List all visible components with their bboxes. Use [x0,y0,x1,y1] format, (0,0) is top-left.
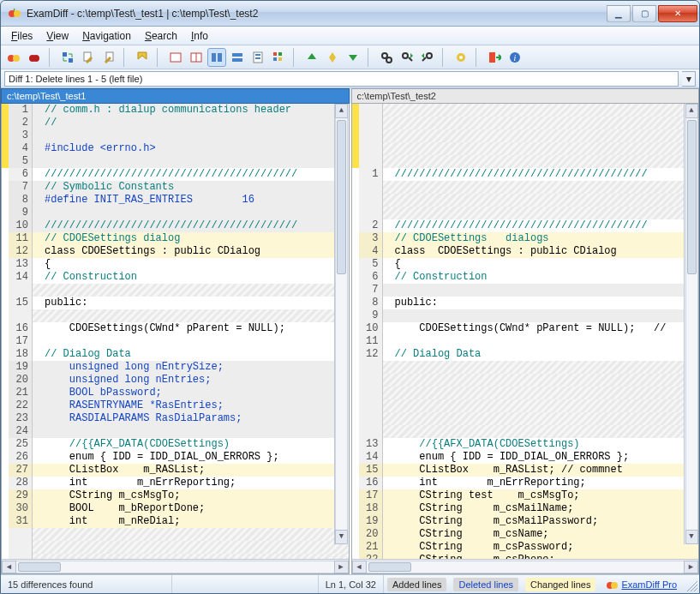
code-line[interactable]: 12// Dialog Data [352,348,699,361]
toolbar-find-prev-icon[interactable] [418,48,437,67]
code-line[interactable]: 2// [2,117,349,129]
code-line[interactable] [352,155,699,168]
code-line[interactable]: 16 CDOESettings(CWnd* pParent = NULL); [2,322,349,335]
examdiff-pro-link[interactable]: ExamDiff Pro [599,579,684,591]
code-line[interactable] [352,104,699,117]
code-line[interactable]: 15public: [2,297,349,309]
code-line[interactable]: 11 [352,335,699,348]
code-line[interactable] [352,399,699,412]
scroll-up-icon[interactable]: ▲ [335,104,348,118]
menu-files[interactable]: Files [4,28,39,44]
left-horizontal-scrollbar[interactable]: ◄ ► [2,559,349,573]
toolbar-split-horizontal-icon[interactable] [228,48,247,67]
code-line[interactable]: 13 //{{AFX_DATA(CDOESettings) [352,438,699,451]
code-line[interactable]: 6// Construction [352,271,699,284]
code-line[interactable]: 16 int m_nErrReporting; [352,477,699,489]
code-line[interactable]: 15 CListBox m_RASList; // commnet [352,464,699,477]
code-line[interactable]: 11// CDOESettings dialog [2,232,349,245]
diff-selector-dropdown-icon[interactable]: ▾ [682,71,696,87]
toolbar-options-icon[interactable] [452,48,470,67]
menu-info[interactable]: Info [184,28,215,44]
menu-view[interactable]: View [39,28,75,44]
maximize-button[interactable]: ▢ [632,5,656,22]
right-pane-path[interactable]: c:\temp\Test\_test2 [351,88,700,104]
toolbar-find-next-icon[interactable] [398,48,416,67]
code-line[interactable]: 1// comm.h : dialup communications heade… [2,104,349,117]
code-line[interactable] [2,554,349,559]
close-button[interactable]: ✕ [658,5,697,22]
toolbar-exit-icon[interactable] [485,48,504,67]
code-line[interactable] [2,284,349,297]
left-code-area[interactable]: 1// comm.h : dialup communications heade… [2,104,349,559]
toolbar-swap-icon[interactable] [58,48,77,67]
code-line[interactable] [2,528,349,541]
code-line[interactable]: 29 CString m_csMsgTo; [2,489,349,502]
scroll-down-icon[interactable]: ▼ [685,530,698,544]
toolbar-diff-map-icon[interactable] [248,48,267,67]
code-line[interactable]: 10 CDOESettings(CWnd* pParent = NULL); /… [352,322,699,335]
code-line[interactable]: 14// Construction [2,271,349,284]
code-line[interactable] [2,309,349,322]
code-line[interactable] [352,425,699,438]
toolbar-recompare-icon[interactable] [25,48,44,67]
code-line[interactable] [352,387,699,399]
code-line[interactable] [352,194,699,207]
code-line[interactable]: 10//////////////////////////////////////… [2,219,349,232]
code-line[interactable] [352,374,699,387]
code-line[interactable]: 31 int m_nReDial; [2,515,349,528]
toolbar-nav-current-icon[interactable] [323,48,342,67]
code-line[interactable]: 14 enum { IDD = IDD_DIAL_ON_ERRORS }; [352,451,699,464]
right-code-area[interactable]: 1///////////////////////////////////////… [352,104,699,559]
code-line[interactable]: 4class CDOESettings : public CDialog [352,245,699,258]
code-line[interactable]: 22 CString m_csPhone; [352,554,699,559]
toolbar-edit-left-icon[interactable] [79,48,98,67]
code-line[interactable]: 7 [352,284,699,297]
right-horizontal-scrollbar[interactable]: ◄ ► [352,559,699,573]
code-line[interactable]: 22 RASENTRYNAME *RasEntries; [2,399,349,412]
scroll-right-icon[interactable]: ► [334,561,349,573]
code-line[interactable]: 13{ [2,258,349,271]
code-line[interactable]: 19 unsigned long nEntrySize; [2,361,349,374]
toolbar-nav-up-icon[interactable] [302,48,321,67]
code-line[interactable] [352,129,699,142]
code-line[interactable]: 21 BOOL bPassword; [2,387,349,399]
code-line[interactable]: 24 [2,425,349,438]
code-line[interactable]: 2///////////////////////////////////////… [352,219,699,232]
code-line[interactable] [352,361,699,374]
toolbar-split-vertical-icon[interactable] [207,48,226,67]
scroll-up-icon[interactable]: ▲ [685,104,698,118]
code-line[interactable] [2,541,349,554]
toolbar-edit-right-icon[interactable] [99,48,118,67]
code-line[interactable]: 19 CString m_csMailPassword; [352,515,699,528]
scroll-right-icon[interactable]: ► [684,561,698,573]
toolbar-pane-two-icon[interactable] [187,48,206,67]
code-line[interactable] [352,181,699,194]
code-line[interactable]: 5 [2,155,349,168]
toolbar-nav-down-icon[interactable] [344,48,362,67]
toolbar-color-legend-icon[interactable] [269,48,288,67]
code-line[interactable]: 26 enum { IDD = IDD_DIAL_ON_ERRORS }; [2,451,349,464]
toolbar-info-icon[interactable]: i [506,48,524,67]
code-line[interactable]: 20 CString m_csName; [352,528,699,541]
resize-grip[interactable] [684,575,699,593]
code-line[interactable]: 8#define INIT_RAS_ENTRIES 16 [2,194,349,207]
code-line[interactable] [352,117,699,129]
left-pane-path[interactable]: c:\temp\Test\_test1 [1,88,350,104]
scroll-left-icon[interactable]: ◄ [352,561,367,573]
toolbar-pane-single-icon[interactable] [166,48,185,67]
code-line[interactable]: 28 int m_nErrReporting; [2,477,349,489]
code-line[interactable]: 23 RASDIALPARAMS RasDialParams; [2,412,349,425]
code-line[interactable]: 18// Dialog Data [2,348,349,361]
diff-selector-field[interactable]: Diff 1: Delete lines 1 - 5 (left file) [4,71,679,87]
code-line[interactable]: 20 unsigned long nEntries; [2,374,349,387]
scroll-down-icon[interactable]: ▼ [335,530,348,544]
right-vertical-scrollbar[interactable]: ▲ ▼ [684,104,698,544]
scroll-left-icon[interactable]: ◄ [2,561,16,573]
toolbar-find-icon[interactable] [377,48,396,67]
code-line[interactable]: 4#include <errno.h> [2,142,349,155]
left-vertical-scrollbar[interactable]: ▲ ▼ [334,104,349,544]
code-line[interactable]: 3 [2,129,349,142]
code-line[interactable]: 9 [2,207,349,219]
code-line[interactable]: 27 CListBox m_RASList; [2,464,349,477]
menu-search[interactable]: Search [138,28,184,44]
